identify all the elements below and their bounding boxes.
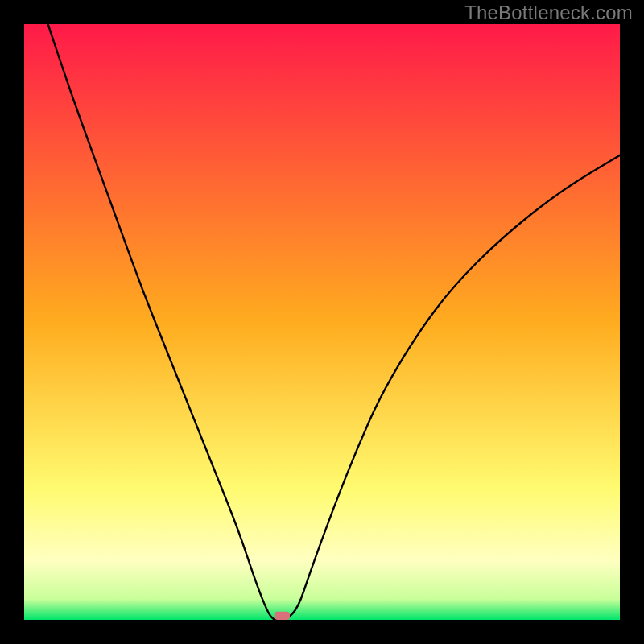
optimum-marker [275, 612, 290, 620]
chart-frame: TheBottleneck.com [0, 0, 644, 644]
bottleneck-chart [24, 24, 620, 620]
watermark-text: TheBottleneck.com [464, 2, 633, 24]
plot-background [24, 24, 620, 620]
